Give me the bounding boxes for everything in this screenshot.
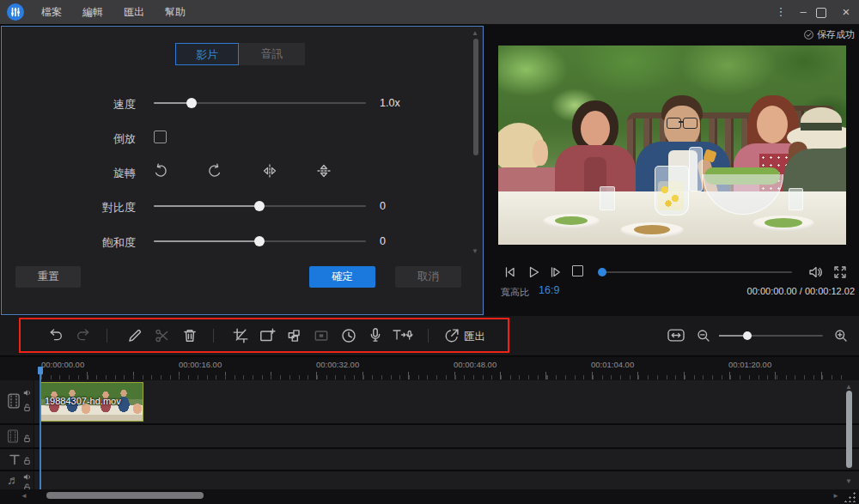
zoom-out-icon[interactable] [696,328,711,343]
lemons-in-pitcher [658,181,684,210]
music-track[interactable] [0,471,859,489]
toolbar-divider [213,329,214,343]
crop-icon[interactable] [232,327,249,344]
ruler-label: 00:00:48.00 [454,360,497,369]
zoom-frame-icon[interactable] [259,327,276,344]
saturation-value: 0 [380,235,386,247]
redo-icon[interactable] [75,327,92,343]
play-button[interactable] [526,264,541,280]
video-track-icon [6,392,21,410]
reverse-checkbox[interactable] [154,131,167,143]
speed-slider-thumb[interactable] [186,98,197,108]
check-circle-icon [803,29,814,40]
toolbar-divider [428,329,429,343]
hscroll-right-icon[interactable]: ► [832,492,839,501]
timeline-hscrollbar: ◄ ► [0,489,859,504]
timeline-ruler[interactable]: 00:00:00.00 00:00:16.00 00:00:32.00 00:0… [0,357,859,380]
saturation-label: 飽和度 [50,235,136,251]
stop-button[interactable] [572,265,583,276]
text-track[interactable] [0,449,859,470]
ruler-label: 00:00:00.00 [41,360,84,369]
text-track-header [0,449,34,470]
cancel-button[interactable]: 取消 [395,266,461,288]
fit-timeline-icon[interactable] [667,328,685,343]
split-scissors-icon[interactable] [154,327,171,344]
flip-horizontal-icon[interactable] [261,162,278,179]
menu-edit[interactable]: 編輯 [72,0,113,24]
contrast-slider-thumb[interactable] [254,201,265,211]
text-to-speech-icon[interactable] [392,327,414,343]
overlay-track-icon [6,428,20,444]
menu-export[interactable]: 匯出 [113,0,155,24]
tracks-scroll-down-icon[interactable]: ▼ [845,477,852,486]
voiceover-mic-icon[interactable] [367,326,384,343]
track-lock-icon[interactable] [22,456,32,465]
clip-filename: 19884307-hd.mov [45,396,121,406]
plate-salad [765,218,802,228]
more-options-kebab-icon[interactable]: ⋮ [770,0,792,24]
contrast-value: 0 [380,200,386,212]
panel-scroll-up-icon[interactable]: ▲ [472,30,478,37]
panel-scroll-down-icon[interactable]: ▼ [472,248,478,255]
contrast-slider[interactable] [154,205,366,207]
menu-file[interactable]: 檔案 [31,0,72,24]
timeline-zoom-slider[interactable] [719,335,823,337]
zoom-in-icon[interactable] [833,328,849,343]
track-lock-icon[interactable] [22,403,32,412]
person-blonde-face [533,140,548,166]
overlay-track[interactable] [0,425,859,447]
track-lock-icon[interactable] [22,434,32,443]
seek-handle[interactable] [598,268,606,276]
glass-bottle [689,147,703,191]
ok-button[interactable]: 確定 [309,266,375,288]
tab-audio[interactable]: 音訊 [239,43,305,65]
tracks-scrollbar-thumb[interactable] [846,391,852,468]
hscrollbar-thumb[interactable] [46,492,204,499]
timeline-zoom-thumb[interactable] [743,331,752,340]
video-preview[interactable] [498,46,846,245]
timecode: 00:00:00.00 / 00:00:12.02 [601,286,855,296]
delete-trash-icon[interactable] [181,327,198,344]
text-track-icon [8,452,21,466]
saturation-slider-thumb[interactable] [254,236,265,246]
aspect-ratio-value[interactable]: 16:9 [539,284,559,296]
mosaic-icon[interactable] [286,327,303,344]
playhead-line[interactable] [40,374,41,489]
minimize-button[interactable]: – [792,0,814,24]
track-mute-icon[interactable] [22,388,32,398]
resize-grip[interactable] [844,491,856,502]
plate-salad [555,216,588,225]
hscroll-left-icon[interactable]: ◄ [21,492,27,501]
ruler-minor-ticks [41,375,850,380]
edit-pencil-icon[interactable] [126,327,143,344]
close-button[interactable]: × [835,0,857,24]
panel-scrollbar-thumb[interactable] [473,39,478,155]
person-pink-face [757,106,788,143]
timeline-toolbar: 匯出 [0,316,859,356]
maximize-button[interactable] [816,8,826,18]
timeline-tracks: ♬ 19884307-hd.mov ▲ ▼ [0,380,859,489]
volume-icon[interactable] [807,264,824,281]
duration-clock-icon[interactable] [340,327,357,344]
rotate-cw-icon[interactable] [206,162,223,179]
export-icon[interactable] [443,327,460,344]
fullscreen-icon[interactable] [832,264,848,280]
speed-slider[interactable] [154,102,366,104]
previous-frame-button[interactable] [503,264,518,280]
undo-icon[interactable] [47,327,64,343]
next-frame-button[interactable] [548,264,564,280]
flip-vertical-icon[interactable] [315,162,332,179]
saturation-slider[interactable] [154,240,366,242]
app-logo-icon [7,3,24,21]
track-mute-icon[interactable] [22,472,32,482]
rotate-ccw-icon[interactable] [152,162,169,179]
menu-help[interactable]: 幫助 [155,0,196,24]
title-bar: 檔案 編輯 匯出 幫助 ⋮ – × [0,0,859,24]
playhead-handle[interactable] [38,367,43,374]
tab-video[interactable]: 影片 [175,43,239,65]
video-clip[interactable]: 19884307-hd.mov [40,382,143,422]
freeze-frame-icon[interactable] [313,327,330,344]
export-label[interactable]: 匯出 [464,330,485,344]
reset-button[interactable]: 重置 [15,266,81,288]
seek-bar[interactable] [599,271,792,273]
